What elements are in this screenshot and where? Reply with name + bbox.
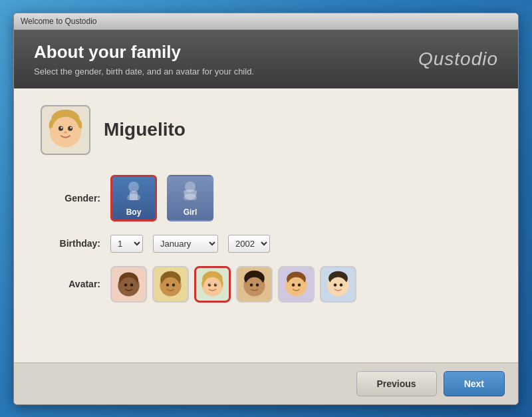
svg-point-37: [214, 283, 217, 287]
svg-point-35: [203, 277, 221, 295]
svg-point-12: [76, 127, 81, 133]
year-select[interactable]: 2015201420132012201120102009200820072006…: [228, 235, 270, 253]
svg-point-62: [344, 284, 348, 287]
svg-point-11: [50, 127, 55, 133]
svg-point-6: [59, 126, 63, 130]
main-window: Welcome to Qustodio About your family Se…: [13, 13, 519, 405]
window-title: Welcome to Qustodio: [21, 17, 97, 26]
svg-point-55: [303, 284, 306, 287]
birthday-label: Birthday:: [41, 238, 100, 249]
svg-point-23: [134, 284, 138, 287]
avatar-option-6[interactable]: [320, 266, 356, 303]
avatar-option-5[interactable]: [278, 266, 315, 303]
svg-point-27: [166, 283, 170, 287]
svg-point-36: [208, 283, 211, 287]
boy-gender-icon: [123, 179, 144, 205]
gender-girl-button[interactable]: Girl: [167, 175, 213, 221]
svg-point-61: [329, 284, 332, 287]
next-button[interactable]: Next: [444, 371, 505, 396]
svg-point-39: [215, 283, 216, 284]
birthday-row: Birthday: 123456789101112131415161718192…: [41, 235, 491, 253]
svg-point-29: [162, 284, 165, 287]
month-select[interactable]: JanuaryFebruaryMarchAprilMayJuneJulyAugu…: [153, 235, 218, 253]
svg-point-13: [128, 182, 139, 192]
child-name: Miguelito: [104, 119, 186, 140]
svg-point-7: [68, 126, 72, 130]
svg-point-45: [250, 283, 253, 287]
gender-row: Gender: Boy: [41, 175, 491, 221]
brand-logo: Qustodio: [418, 49, 498, 70]
svg-point-40: [203, 285, 207, 288]
svg-point-10: [64, 131, 67, 134]
boy-label: Boy: [126, 208, 142, 217]
svg-point-30: [177, 284, 180, 287]
svg-point-38: [209, 283, 210, 284]
gender-label: Gender:: [41, 193, 100, 204]
child-avatar-image: [42, 106, 89, 154]
day-select[interactable]: 1234567891011121314151617181920212223242…: [110, 235, 143, 253]
svg-point-48: [261, 284, 264, 287]
avatar-option-1[interactable]: [110, 266, 147, 303]
title-bar: Welcome to Qustodio: [14, 13, 518, 30]
svg-point-47: [245, 284, 249, 287]
gender-boy-button[interactable]: Boy: [110, 175, 157, 221]
svg-point-59: [334, 283, 337, 287]
girl-gender-icon: [180, 179, 201, 205]
avatar-grid: [110, 266, 356, 303]
svg-point-52: [292, 283, 295, 287]
footer: Previous Next: [14, 362, 518, 404]
svg-point-53: [298, 283, 301, 287]
avatar-option-2[interactable]: [152, 266, 189, 303]
child-avatar-frame: [41, 105, 90, 155]
child-header: Miguelito: [41, 105, 491, 155]
svg-point-21: [130, 283, 134, 287]
avatar-row: Avatar:: [41, 266, 491, 303]
avatar-label: Avatar:: [41, 279, 100, 289]
svg-point-9: [70, 126, 72, 128]
svg-point-41: [219, 285, 222, 288]
form-content: Miguelito Gender: Boy: [14, 88, 518, 362]
svg-point-22: [120, 284, 123, 287]
girl-label: Girl: [184, 208, 198, 217]
svg-point-5: [52, 116, 78, 143]
svg-point-8: [61, 126, 62, 128]
svg-point-46: [256, 283, 259, 287]
svg-point-60: [340, 283, 343, 287]
avatar-option-4[interactable]: [236, 266, 273, 303]
previous-button[interactable]: Previous: [356, 371, 437, 396]
avatar-option-3[interactable]: [194, 266, 231, 303]
page-header: About your family Select the gender, bir…: [14, 30, 518, 88]
svg-point-28: [172, 283, 176, 287]
svg-point-20: [124, 283, 128, 287]
svg-point-54: [287, 284, 291, 287]
